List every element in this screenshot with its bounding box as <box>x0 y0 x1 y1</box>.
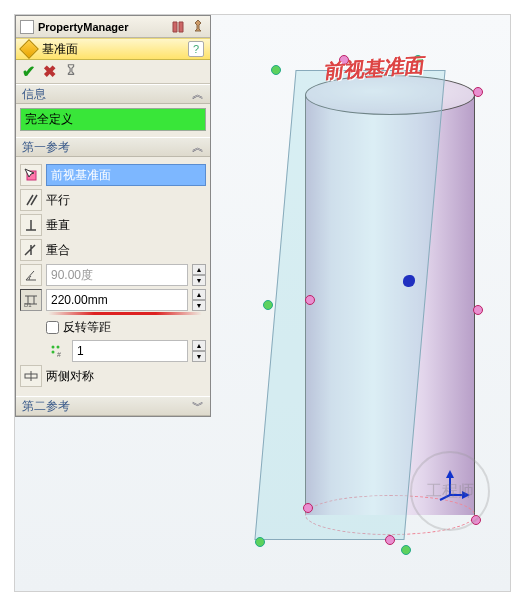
parallel-label: 平行 <box>46 192 70 209</box>
reverse-label: 反转等距 <box>63 319 111 336</box>
cancel-button[interactable]: ✖ <box>43 62 56 81</box>
watermark: 工程师 <box>410 451 490 531</box>
section-ref2-label: 第二参考 <box>22 398 70 415</box>
panel-titlebar: PropertyManager <box>16 16 210 38</box>
section-ref1-body: 前视基准面 平行 垂直 重合 <box>16 157 210 396</box>
face-handle[interactable] <box>305 295 315 305</box>
plane-annotation: 前视基准面 <box>323 52 427 84</box>
section-ref1-label: 第一参考 <box>22 139 70 156</box>
prev-button[interactable] <box>170 19 186 35</box>
section-info-body: 完全定义 <box>16 104 210 137</box>
chevron-up-icon: ︽ <box>192 86 204 103</box>
angle-input[interactable]: 90.00度 <box>46 264 188 286</box>
section-info-label: 信息 <box>22 86 46 103</box>
plane-handle[interactable] <box>263 300 273 310</box>
parallel-icon[interactable] <box>20 189 42 211</box>
help-button[interactable]: ? <box>188 41 204 57</box>
distance-spinner[interactable]: ▲▼ <box>192 289 206 311</box>
graphics-viewport[interactable]: 前视基准面 工程师 <box>225 15 510 591</box>
face-handle[interactable] <box>303 503 313 513</box>
reference-selection-field[interactable]: 前视基准面 <box>46 164 206 186</box>
plane-handle[interactable] <box>401 545 411 555</box>
feature-header: 基准面 ? <box>16 38 210 60</box>
chevron-up-icon: ︽ <box>192 139 204 156</box>
face-handle[interactable] <box>385 535 395 545</box>
property-manager-panel: PropertyManager 基准面 ? ✔ ✖ 信息 ︽ <box>15 15 211 417</box>
pushpin-button[interactable] <box>190 19 206 35</box>
chevron-down-icon: ︾ <box>192 398 204 415</box>
feature-name: 基准面 <box>42 41 78 58</box>
angle-spinner[interactable]: ▲▼ <box>192 264 206 286</box>
instances-input[interactable]: 1 <box>72 340 188 362</box>
svg-text:D1: D1 <box>24 302 32 308</box>
section-info-header[interactable]: 信息 ︽ <box>16 84 210 104</box>
svg-point-7 <box>52 346 55 349</box>
reverse-checkbox-input[interactable] <box>46 321 59 334</box>
face-handle[interactable] <box>473 305 483 315</box>
keep-visible-button[interactable] <box>64 63 78 80</box>
panel-sysicon <box>20 20 34 34</box>
coincident-label: 重合 <box>46 242 70 259</box>
section-ref2-header[interactable]: 第二参考 ︾ <box>16 396 210 416</box>
definition-status: 完全定义 <box>20 108 206 131</box>
perpendicular-icon[interactable] <box>20 214 42 236</box>
annotation-underline <box>48 312 202 315</box>
bothsides-label: 两侧对称 <box>46 368 94 385</box>
face-handle[interactable] <box>473 87 483 97</box>
coincident-icon[interactable] <box>20 239 42 261</box>
confirm-bar: ✔ ✖ <box>16 60 210 84</box>
plane-handle[interactable] <box>255 537 265 547</box>
panel-title: PropertyManager <box>38 21 128 33</box>
perpendicular-label: 垂直 <box>46 217 70 234</box>
plane-feature-icon <box>19 39 39 59</box>
svg-text:#: # <box>57 351 61 358</box>
selection-icon <box>20 164 42 186</box>
distance-input[interactable]: 220.00mm <box>46 289 188 311</box>
instances-icon: # <box>46 340 68 362</box>
instances-spinner[interactable]: ▲▼ <box>192 340 206 362</box>
angle-icon[interactable] <box>20 264 42 286</box>
plane-handle[interactable] <box>271 65 281 75</box>
ok-button[interactable]: ✔ <box>22 62 35 81</box>
distance-icon[interactable]: D1 <box>20 289 42 311</box>
svg-point-8 <box>57 346 60 349</box>
svg-point-9 <box>52 351 55 354</box>
midplane-icon[interactable] <box>20 365 42 387</box>
reverse-checkbox[interactable]: 反转等距 <box>46 319 206 336</box>
app-canvas: 前视基准面 工程师 PropertyManager <box>14 14 511 592</box>
section-ref1-header[interactable]: 第一参考 ︽ <box>16 137 210 157</box>
origin-marker <box>403 275 415 287</box>
